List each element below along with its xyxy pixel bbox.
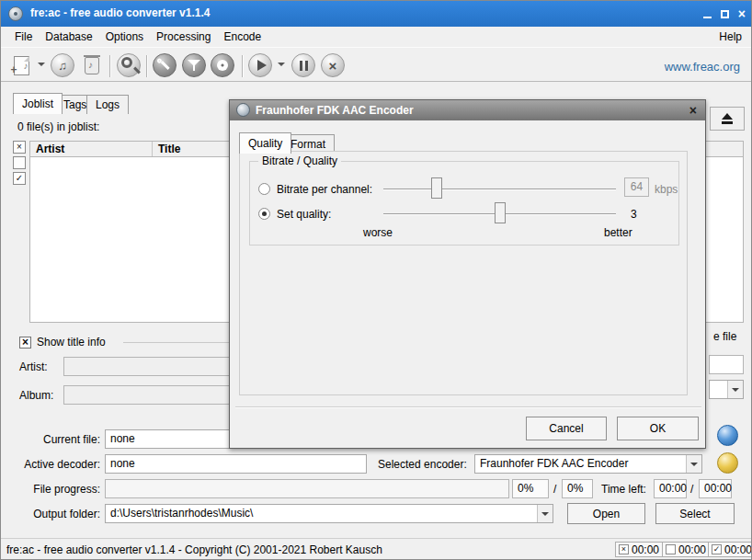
toolbar: + ♪ ♫ ♪ — [1, 47, 751, 82]
select-none-button[interactable]: × — [13, 141, 26, 154]
active-decoder-label: Active decoder: — [17, 458, 100, 471]
toolbar-separator — [109, 55, 111, 77]
encoder-config-dialog: Fraunhofer FDK AAC Encoder × Quality For… — [229, 99, 706, 449]
selected-time-indicator: × 00:00 — [615, 542, 663, 557]
time-left-value-2: 00:00 — [699, 479, 732, 498]
menu-encode[interactable]: Encode — [217, 28, 268, 46]
eject-button[interactable] — [710, 107, 745, 131]
quality-value: 3 — [631, 208, 637, 221]
dialog-tab-quality[interactable]: Quality — [239, 132, 291, 154]
stop-icon: × — [321, 53, 345, 77]
open-button[interactable]: Open — [567, 503, 645, 524]
scale-worse-label: worse — [363, 226, 393, 239]
clear-joblist-button[interactable]: ♪ — [79, 52, 105, 78]
chevron-down-icon[interactable] — [727, 381, 743, 398]
active-decoder-value: none — [105, 454, 367, 474]
checkbox-checked-icon: × — [19, 337, 31, 349]
output-folder-combo[interactable]: d:\Users\tristanrhodes\Music\ — [105, 504, 553, 523]
joblist-count: 0 file(s) in joblist: — [17, 120, 99, 133]
chevron-down-icon[interactable] — [537, 505, 553, 522]
scale-better-label: better — [604, 226, 632, 239]
check-checkbox-icon: ✓ — [712, 544, 722, 554]
wrench-icon — [153, 53, 177, 77]
filter-settings-button[interactable] — [181, 52, 207, 78]
maximize-icon[interactable] — [721, 10, 729, 18]
gear-icon — [211, 53, 234, 77]
app-icon — [8, 6, 23, 21]
cross-checkbox-icon: × — [619, 544, 629, 554]
quality-slider-thumb[interactable] — [495, 202, 506, 223]
music-icon: ♫ — [51, 53, 74, 77]
tab-logs[interactable]: Logs — [86, 95, 129, 114]
add-files-dropdown-icon[interactable] — [38, 63, 45, 66]
chevron-down-icon[interactable] — [686, 455, 701, 473]
statusbar-text: fre:ac - free audio converter v1.1.4 - C… — [6, 543, 382, 556]
configure-encoder-button[interactable] — [717, 452, 738, 474]
column-artist[interactable]: Artist — [30, 142, 153, 156]
dialog-close-icon[interactable]: × — [689, 103, 697, 118]
joblist-button[interactable]: ♫ — [50, 52, 75, 78]
minimize-icon[interactable] — [703, 17, 712, 18]
toolbar-separator — [146, 55, 148, 77]
pause-encoding-button[interactable] — [291, 52, 316, 78]
file-progress-bar — [105, 479, 509, 498]
menu-file[interactable]: File — [8, 28, 39, 46]
dialog-title: Fraunhofer FDK AAC Encoder — [256, 104, 414, 117]
menu-options[interactable]: Options — [99, 28, 150, 46]
eject-icon — [722, 113, 733, 120]
select-button[interactable]: Select — [655, 503, 735, 524]
encoder-options-button[interactable] — [210, 52, 235, 78]
menu-processing[interactable]: Processing — [150, 28, 217, 46]
bitrate-unit: kbps — [655, 183, 678, 196]
single-file-label-partial: e file — [713, 330, 736, 343]
select-empty-button[interactable] — [13, 156, 26, 169]
dialog-separator — [235, 406, 701, 408]
time-separator: / — [690, 483, 693, 496]
show-title-info-checkbox[interactable]: × Show title info — [19, 336, 106, 349]
tab-joblist[interactable]: Joblist — [13, 93, 63, 114]
stop-encoding-button[interactable]: × — [320, 52, 346, 78]
total-time-indicator: ✓ 00:00 — [708, 542, 752, 557]
quality-label: Set quality: — [277, 208, 331, 221]
bitrate-label: Bitrate per channel: — [277, 183, 372, 196]
bitrate-radio[interactable] — [258, 183, 270, 195]
file-progress-value: 0% — [562, 479, 593, 498]
freac-window: fre:ac - free audio converter v1.1.4 × F… — [0, 0, 752, 560]
quality-radio[interactable] — [258, 208, 270, 220]
start-encoding-button[interactable] — [247, 52, 273, 78]
general-settings-button[interactable] — [152, 52, 177, 78]
funnel-icon — [182, 53, 206, 77]
cancel-button[interactable]: Cancel — [526, 417, 607, 440]
website-link[interactable]: www.freac.org — [665, 60, 740, 74]
current-file-label: Current file: — [17, 433, 100, 446]
selected-encoder-combo[interactable]: Fraunhofer FDK AAC Encoder — [474, 454, 702, 474]
info-button[interactable] — [717, 425, 738, 446]
dialog-app-icon — [236, 103, 250, 117]
add-files-button[interactable]: + ♪ — [8, 52, 34, 78]
ok-button[interactable]: OK — [617, 417, 699, 440]
empty-checkbox-icon — [666, 544, 676, 554]
status-bar: fre:ac - free audio converter v1.1.4 - C… — [1, 538, 751, 560]
menu-help[interactable]: Help — [717, 28, 744, 46]
bitrate-slider-thumb[interactable] — [431, 177, 442, 199]
close-icon[interactable]: × — [738, 7, 746, 20]
select-all-button[interactable]: ✓ — [13, 172, 26, 185]
output-folder-label: Output folder: — [17, 508, 100, 520]
genre-combo-partial[interactable] — [709, 380, 744, 399]
toolbar-separator — [242, 55, 244, 77]
pause-icon — [291, 53, 315, 77]
total-progress-value: 0% — [512, 479, 549, 498]
title-field-partial[interactable] — [709, 355, 744, 374]
window-title: fre:ac - free audio converter v1.1.4 — [30, 6, 210, 19]
progress-separator: / — [553, 483, 556, 496]
bitrate-slider[interactable] — [383, 189, 616, 190]
play-icon — [248, 53, 272, 77]
menu-database[interactable]: Database — [39, 28, 98, 46]
dialog-titlebar[interactable]: Fraunhofer FDK AAC Encoder × — [230, 100, 705, 120]
unselected-time-indicator: 00:00 — [662, 542, 710, 557]
cddb-query-button[interactable] — [116, 52, 142, 78]
file-progress-label: File progress: — [17, 483, 100, 496]
menu-bar: File Database Options Processing Encode … — [1, 27, 751, 47]
start-encoding-dropdown-icon[interactable] — [278, 63, 285, 66]
show-title-info-label: Show title info — [37, 336, 106, 349]
